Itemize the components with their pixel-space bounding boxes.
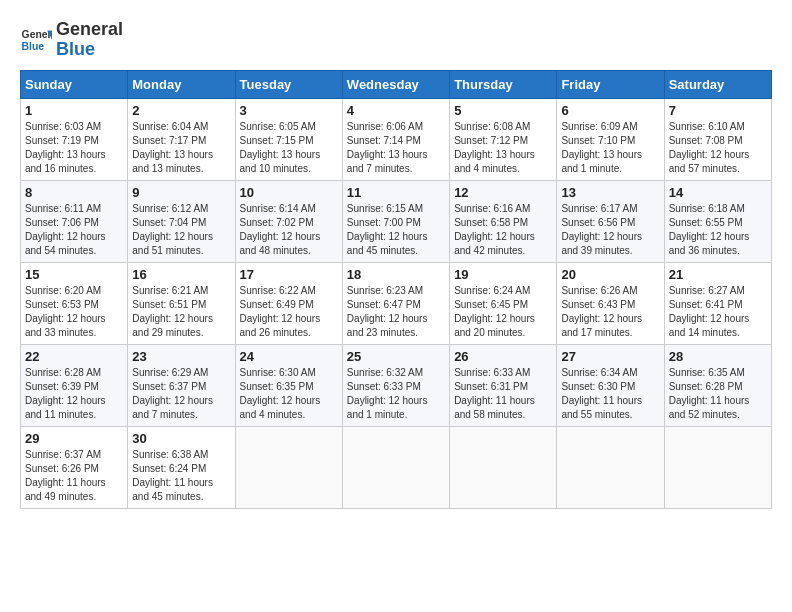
day-info: Sunrise: 6:30 AMSunset: 6:35 PMDaylight:… [240,366,338,422]
calendar-cell: 16Sunrise: 6:21 AMSunset: 6:51 PMDayligh… [128,262,235,344]
day-number: 30 [132,431,230,446]
day-number: 27 [561,349,659,364]
day-number: 29 [25,431,123,446]
calendar-cell: 26Sunrise: 6:33 AMSunset: 6:31 PMDayligh… [450,344,557,426]
day-number: 10 [240,185,338,200]
day-number: 8 [25,185,123,200]
day-number: 3 [240,103,338,118]
day-number: 24 [240,349,338,364]
day-info: Sunrise: 6:05 AMSunset: 7:15 PMDaylight:… [240,120,338,176]
day-info: Sunrise: 6:33 AMSunset: 6:31 PMDaylight:… [454,366,552,422]
calendar-cell: 7Sunrise: 6:10 AMSunset: 7:08 PMDaylight… [664,98,771,180]
day-info: Sunrise: 6:20 AMSunset: 6:53 PMDaylight:… [25,284,123,340]
calendar-cell: 9Sunrise: 6:12 AMSunset: 7:04 PMDaylight… [128,180,235,262]
day-number: 18 [347,267,445,282]
calendar-cell: 11Sunrise: 6:15 AMSunset: 7:00 PMDayligh… [342,180,449,262]
day-number: 21 [669,267,767,282]
day-info: Sunrise: 6:28 AMSunset: 6:39 PMDaylight:… [25,366,123,422]
day-info: Sunrise: 6:35 AMSunset: 6:28 PMDaylight:… [669,366,767,422]
calendar-cell: 15Sunrise: 6:20 AMSunset: 6:53 PMDayligh… [21,262,128,344]
day-info: Sunrise: 6:27 AMSunset: 6:41 PMDaylight:… [669,284,767,340]
calendar-week-row: 1Sunrise: 6:03 AMSunset: 7:19 PMDaylight… [21,98,772,180]
day-number: 13 [561,185,659,200]
day-number: 19 [454,267,552,282]
day-number: 22 [25,349,123,364]
logo: General Blue GeneralBlue [20,20,123,60]
day-info: Sunrise: 6:21 AMSunset: 6:51 PMDaylight:… [132,284,230,340]
calendar-cell: 18Sunrise: 6:23 AMSunset: 6:47 PMDayligh… [342,262,449,344]
page-header: General Blue GeneralBlue [20,20,772,60]
day-info: Sunrise: 6:14 AMSunset: 7:02 PMDaylight:… [240,202,338,258]
day-info: Sunrise: 6:03 AMSunset: 7:19 PMDaylight:… [25,120,123,176]
day-number: 25 [347,349,445,364]
calendar-cell: 2Sunrise: 6:04 AMSunset: 7:17 PMDaylight… [128,98,235,180]
day-number: 28 [669,349,767,364]
svg-text:Blue: Blue [22,40,45,51]
day-info: Sunrise: 6:04 AMSunset: 7:17 PMDaylight:… [132,120,230,176]
day-number: 15 [25,267,123,282]
calendar-week-row: 29Sunrise: 6:37 AMSunset: 6:26 PMDayligh… [21,426,772,508]
day-number: 9 [132,185,230,200]
calendar-cell: 27Sunrise: 6:34 AMSunset: 6:30 PMDayligh… [557,344,664,426]
day-info: Sunrise: 6:26 AMSunset: 6:43 PMDaylight:… [561,284,659,340]
day-number: 5 [454,103,552,118]
day-info: Sunrise: 6:38 AMSunset: 6:24 PMDaylight:… [132,448,230,504]
day-info: Sunrise: 6:23 AMSunset: 6:47 PMDaylight:… [347,284,445,340]
day-info: Sunrise: 6:09 AMSunset: 7:10 PMDaylight:… [561,120,659,176]
day-number: 14 [669,185,767,200]
day-info: Sunrise: 6:37 AMSunset: 6:26 PMDaylight:… [25,448,123,504]
calendar-week-row: 8Sunrise: 6:11 AMSunset: 7:06 PMDaylight… [21,180,772,262]
day-number: 6 [561,103,659,118]
day-header: Friday [557,70,664,98]
svg-text:General: General [22,29,52,40]
calendar-cell: 17Sunrise: 6:22 AMSunset: 6:49 PMDayligh… [235,262,342,344]
day-number: 23 [132,349,230,364]
day-number: 12 [454,185,552,200]
day-number: 26 [454,349,552,364]
calendar-cell: 19Sunrise: 6:24 AMSunset: 6:45 PMDayligh… [450,262,557,344]
calendar-cell: 29Sunrise: 6:37 AMSunset: 6:26 PMDayligh… [21,426,128,508]
calendar-cell: 30Sunrise: 6:38 AMSunset: 6:24 PMDayligh… [128,426,235,508]
day-info: Sunrise: 6:22 AMSunset: 6:49 PMDaylight:… [240,284,338,340]
calendar-cell: 5Sunrise: 6:08 AMSunset: 7:12 PMDaylight… [450,98,557,180]
calendar-table: SundayMondayTuesdayWednesdayThursdayFrid… [20,70,772,509]
calendar-cell: 1Sunrise: 6:03 AMSunset: 7:19 PMDaylight… [21,98,128,180]
calendar-cell [557,426,664,508]
day-number: 7 [669,103,767,118]
calendar-cell: 23Sunrise: 6:29 AMSunset: 6:37 PMDayligh… [128,344,235,426]
day-info: Sunrise: 6:16 AMSunset: 6:58 PMDaylight:… [454,202,552,258]
calendar-cell: 20Sunrise: 6:26 AMSunset: 6:43 PMDayligh… [557,262,664,344]
day-number: 16 [132,267,230,282]
calendar-cell: 28Sunrise: 6:35 AMSunset: 6:28 PMDayligh… [664,344,771,426]
calendar-cell: 21Sunrise: 6:27 AMSunset: 6:41 PMDayligh… [664,262,771,344]
day-info: Sunrise: 6:11 AMSunset: 7:06 PMDaylight:… [25,202,123,258]
day-number: 17 [240,267,338,282]
calendar-week-row: 22Sunrise: 6:28 AMSunset: 6:39 PMDayligh… [21,344,772,426]
day-number: 11 [347,185,445,200]
logo-icon: General Blue [20,24,52,56]
day-info: Sunrise: 6:12 AMSunset: 7:04 PMDaylight:… [132,202,230,258]
day-info: Sunrise: 6:17 AMSunset: 6:56 PMDaylight:… [561,202,659,258]
calendar-cell: 25Sunrise: 6:32 AMSunset: 6:33 PMDayligh… [342,344,449,426]
day-info: Sunrise: 6:24 AMSunset: 6:45 PMDaylight:… [454,284,552,340]
calendar-cell: 22Sunrise: 6:28 AMSunset: 6:39 PMDayligh… [21,344,128,426]
day-number: 4 [347,103,445,118]
day-header: Sunday [21,70,128,98]
calendar-cell: 13Sunrise: 6:17 AMSunset: 6:56 PMDayligh… [557,180,664,262]
day-info: Sunrise: 6:32 AMSunset: 6:33 PMDaylight:… [347,366,445,422]
day-header: Wednesday [342,70,449,98]
day-info: Sunrise: 6:29 AMSunset: 6:37 PMDaylight:… [132,366,230,422]
calendar-cell [342,426,449,508]
day-number: 1 [25,103,123,118]
day-header: Saturday [664,70,771,98]
calendar-week-row: 15Sunrise: 6:20 AMSunset: 6:53 PMDayligh… [21,262,772,344]
day-header: Tuesday [235,70,342,98]
calendar-cell: 10Sunrise: 6:14 AMSunset: 7:02 PMDayligh… [235,180,342,262]
calendar-cell: 24Sunrise: 6:30 AMSunset: 6:35 PMDayligh… [235,344,342,426]
calendar-header-row: SundayMondayTuesdayWednesdayThursdayFrid… [21,70,772,98]
calendar-cell [235,426,342,508]
calendar-cell [450,426,557,508]
calendar-cell: 3Sunrise: 6:05 AMSunset: 7:15 PMDaylight… [235,98,342,180]
day-info: Sunrise: 6:18 AMSunset: 6:55 PMDaylight:… [669,202,767,258]
day-header: Monday [128,70,235,98]
